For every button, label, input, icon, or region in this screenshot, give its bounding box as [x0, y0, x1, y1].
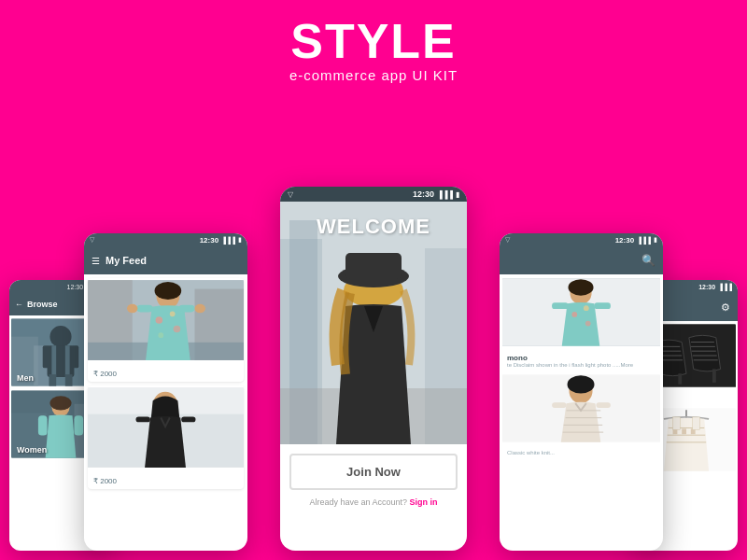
svg-rect-5	[51, 345, 56, 377]
status-time-right: 12:30	[615, 236, 634, 245]
svg-rect-28	[136, 305, 152, 313]
women-label: Women	[17, 445, 47, 455]
my-feed-title: My Feed	[106, 255, 147, 266]
svg-point-31	[195, 304, 205, 314]
signal-center: ▐▐▐	[437, 190, 453, 199]
svg-rect-9	[49, 374, 56, 386]
svg-point-26	[174, 326, 181, 333]
phone-center: ▽ 12:30 ▐▐▐ ▮	[280, 187, 467, 551]
signal-right: ▐▐▐	[637, 237, 651, 244]
svg-rect-36	[181, 417, 195, 423]
svg-point-30	[127, 304, 137, 314]
right-card-1-image	[502, 277, 660, 347]
feed-card-2-price: ₹ 2000	[93, 477, 117, 485]
feed-card-1-info: ₹ 2000	[88, 366, 244, 382]
right-app-bar: 🔍	[500, 246, 663, 274]
status-time-center: 12:30	[413, 189, 434, 199]
phones-container: 12:30 ▐▐▐ ▮ ← Browse	[0, 93, 747, 560]
status-time-left: 12:30	[200, 236, 218, 245]
svg-rect-8	[72, 345, 79, 368]
status-icons-left: ▽	[90, 236, 94, 244]
app-header: STYLE e-commerce app UI KIT	[0, 0, 747, 92]
my-feed-app-bar: ☰ My Feed	[84, 246, 247, 274]
phone-left: ▽ 12:30 ▐▐▐ ▮ ☰ My Feed	[84, 233, 247, 551]
svg-point-51	[585, 321, 591, 327]
feed-card-2[interactable]: ₹ 2000	[88, 385, 244, 489]
svg-rect-84	[673, 417, 681, 429]
battery-left: ▮	[238, 236, 242, 244]
search-icon[interactable]: 🔍	[641, 254, 655, 267]
status-time-far-right: 12:30	[698, 284, 715, 290]
svg-rect-85	[693, 417, 700, 429]
welcome-bottom: Join Now Already have an Account? Sign i…	[280, 444, 467, 514]
feed-card-2-info: ₹ 2000	[88, 473, 244, 489]
svg-rect-35	[136, 417, 150, 423]
browse-title: Browse	[27, 300, 58, 309]
svg-point-24	[156, 316, 163, 324]
product-desc-1: te Disclaim shown in the i flash light p…	[507, 362, 655, 368]
status-bar-center: ▽ 12:30 ▐▐▐ ▮	[280, 187, 467, 202]
signal-left: ▐▐▐	[221, 237, 235, 244]
feed-card-1-price: ₹ 2000	[93, 370, 117, 378]
svg-rect-53	[595, 302, 611, 309]
svg-point-50	[584, 305, 589, 311]
svg-point-15	[49, 396, 71, 410]
status-bar-right: ▽ 12:30 ▐▐▐ ▮	[500, 233, 663, 246]
right-card-1-info: mono te Disclaim shown in the i flash li…	[502, 351, 660, 371]
svg-point-48	[568, 279, 593, 295]
product-name-1: mono	[507, 354, 655, 362]
battery-right: ▮	[654, 236, 657, 244]
svg-rect-62	[596, 402, 610, 408]
svg-rect-81	[682, 428, 686, 434]
svg-rect-4	[48, 345, 75, 377]
feed-card-2-image	[88, 385, 244, 469]
svg-rect-61	[552, 402, 566, 408]
svg-point-49	[571, 312, 577, 317]
phone-right: ▽ 12:30 ▐▐▐ ▮ 🔍 mono	[500, 233, 663, 551]
right-card-2-info: Classic white knit...	[502, 447, 660, 458]
svg-point-27	[158, 332, 163, 338]
right-card-1[interactable]: mono te Disclaim shown in the i flash li…	[502, 277, 660, 371]
svg-point-25	[170, 311, 176, 316]
welcome-hero: WELCOME	[280, 202, 467, 444]
sign-in-link[interactable]: Sign in	[410, 497, 438, 507]
svg-rect-75	[712, 369, 716, 382]
already-account-text: Already have an Account? Sign in	[289, 497, 458, 507]
svg-point-3	[49, 326, 71, 347]
svg-rect-69	[678, 373, 682, 385]
svg-rect-7	[43, 345, 50, 368]
svg-rect-52	[552, 302, 568, 309]
feed-card-1-image	[88, 278, 244, 362]
filter-icon[interactable]: ⚙	[721, 301, 730, 314]
status-icons-center: ▽	[288, 190, 293, 199]
hamburger-icon[interactable]: ☰	[92, 256, 100, 266]
right-card-2[interactable]: Classic white knit...	[502, 373, 660, 458]
status-icons-right: ▽	[505, 236, 510, 244]
right-card-2-image	[502, 373, 660, 443]
welcome-heading: WELCOME	[317, 215, 430, 239]
svg-point-56	[568, 375, 595, 393]
svg-point-23	[155, 282, 182, 300]
svg-rect-6	[65, 345, 70, 377]
signal-far-right: ▐▐▐	[718, 284, 732, 290]
status-time-far-left: 12:30	[67, 284, 84, 290]
battery-center: ▮	[456, 190, 459, 199]
svg-rect-16	[38, 415, 48, 435]
svg-rect-29	[178, 305, 194, 313]
svg-rect-10	[65, 374, 73, 386]
join-now-button[interactable]: Join Now	[289, 454, 458, 490]
brand-tagline: e-commerce app UI KIT	[0, 67, 747, 83]
men-label: Men	[17, 373, 34, 383]
feed-card-1[interactable]: ₹ 2000	[88, 278, 244, 382]
status-bar-left: ▽ 12:30 ▐▐▐ ▮	[84, 233, 247, 246]
back-arrow-icon: ←	[15, 300, 23, 309]
product-desc-2: Classic white knit...	[507, 450, 655, 455]
svg-rect-44	[345, 253, 402, 279]
brand-title: STYLE	[0, 17, 747, 65]
svg-rect-17	[74, 415, 83, 435]
